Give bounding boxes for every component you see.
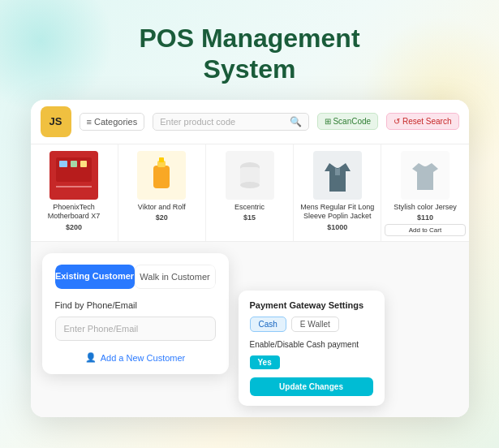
- payment-title: Payment Gateway Settings: [250, 300, 373, 310]
- update-changes-button[interactable]: Update Changes: [250, 377, 373, 396]
- pos-topbar: ≡ Categories Enter product code 🔍 ⊞ Scan…: [31, 100, 469, 144]
- customer-panel: Existing Customer Walk in Customer Find …: [42, 253, 229, 374]
- product-grid: PhoenixTech Motherboard X7 $200 Viktor a…: [31, 144, 469, 242]
- product-name: Escentric: [209, 203, 290, 213]
- product-item: Mens Regular Fit Long Sleeve Poplin Jack…: [294, 144, 381, 242]
- product-item: PhoenixTech Motherboard X7 $200: [31, 144, 118, 242]
- customer-tabs: Existing Customer Walk in Customer: [55, 265, 216, 289]
- product-price: $15: [209, 213, 290, 222]
- svg-rect-2: [59, 161, 67, 167]
- cash-toggle[interactable]: Yes: [250, 355, 280, 369]
- svg-rect-9: [159, 157, 164, 162]
- product-price: $20: [122, 213, 202, 222]
- phone-email-input[interactable]: Enter Phone/Email: [55, 317, 216, 341]
- main-card: ≡ Categories Enter product code 🔍 ⊞ Scan…: [31, 100, 469, 418]
- product-item: Stylish color Jersey $110 Add to Cart: [381, 144, 468, 242]
- product-item: Viktor and Rolf $20: [118, 144, 206, 242]
- product-image: [137, 151, 186, 200]
- page-title: POS Management System: [0, 23, 499, 85]
- user-plus-icon: 👤: [85, 352, 97, 363]
- search-bar: Enter product code 🔍: [153, 113, 308, 131]
- enable-disable-label: Enable/Disable Cash payment: [250, 340, 373, 349]
- add-to-cart-button[interactable]: Add to Cart: [385, 224, 465, 236]
- reset-button[interactable]: ↺ Reset Search: [386, 113, 458, 130]
- search-placeholder: Enter product code: [160, 117, 289, 127]
- product-price: $1000: [297, 223, 377, 231]
- search-icon: 🔍: [290, 116, 302, 127]
- add-customer-link[interactable]: 👤 Add a New Customer: [55, 349, 216, 363]
- bottom-row: Existing Customer Walk in Customer Find …: [31, 241, 469, 417]
- product-item: Escentric $15: [206, 144, 294, 242]
- svg-rect-3: [71, 161, 77, 167]
- product-image: [49, 151, 98, 200]
- categories-button[interactable]: ≡ Categories: [80, 113, 145, 131]
- scan-button[interactable]: ⊞ ScanCode: [317, 113, 378, 130]
- tab-walkin-customer[interactable]: Walk in Customer: [135, 265, 216, 289]
- product-name: Stylish color Jersey: [385, 203, 465, 213]
- product-price: $110: [385, 213, 465, 222]
- payment-method-row: Cash E Wallet: [250, 317, 373, 332]
- title-area: POS Management System: [0, 0, 499, 100]
- product-name: PhoenixTech Motherboard X7: [34, 203, 114, 222]
- product-name: Mens Regular Fit Long Sleeve Poplin Jack…: [297, 203, 377, 222]
- method-cash-button[interactable]: Cash: [250, 317, 286, 332]
- js-logo: [41, 106, 71, 137]
- svg-point-13: [240, 182, 260, 188]
- method-ewallet-button[interactable]: E Wallet: [291, 317, 339, 332]
- product-image: [401, 151, 450, 200]
- product-name: Viktor and Rolf: [122, 203, 202, 213]
- payment-panel: Payment Gateway Settings Cash E Wallet E…: [239, 291, 385, 406]
- tab-existing-customer[interactable]: Existing Customer: [55, 265, 135, 289]
- find-by-label: Find by Phone/Email: [55, 300, 216, 310]
- svg-rect-7: [153, 166, 170, 188]
- product-price: $200: [34, 223, 114, 231]
- svg-rect-4: [80, 161, 87, 167]
- product-image: [313, 151, 362, 200]
- product-image: [226, 151, 274, 200]
